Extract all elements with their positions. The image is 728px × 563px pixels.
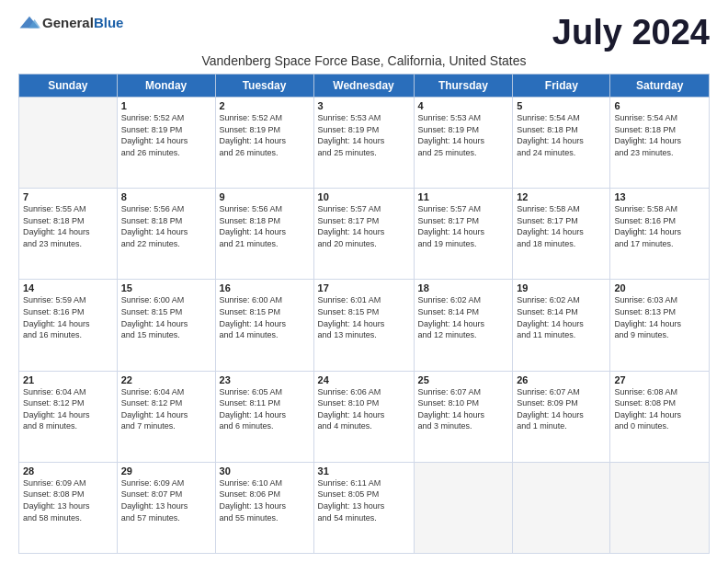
- calendar-header-wednesday: Wednesday: [313, 75, 414, 98]
- day-number: 11: [418, 191, 509, 202]
- calendar-header-monday: Monday: [117, 75, 215, 98]
- day-number: 22: [121, 374, 211, 385]
- calendar-cell: 27Sunrise: 6:08 AM Sunset: 8:08 PM Dayli…: [610, 371, 710, 462]
- day-info: Sunrise: 5:57 AM Sunset: 8:17 PM Dayligh…: [318, 203, 410, 249]
- page: GeneralBlue July 2024 Vandenberg Space F…: [0, 0, 728, 563]
- day-number: 16: [220, 282, 310, 293]
- calendar-week-row: 28Sunrise: 6:09 AM Sunset: 8:08 PM Dayli…: [19, 462, 710, 553]
- day-number: 20: [614, 282, 705, 293]
- day-number: 3: [318, 100, 410, 111]
- calendar-cell: 13Sunrise: 5:58 AM Sunset: 8:16 PM Dayli…: [610, 189, 710, 280]
- day-number: 12: [517, 191, 606, 202]
- calendar-cell: 24Sunrise: 6:06 AM Sunset: 8:10 PM Dayli…: [313, 371, 414, 462]
- calendar-header-saturday: Saturday: [610, 75, 710, 98]
- day-number: 2: [220, 100, 310, 111]
- calendar-cell: 18Sunrise: 6:02 AM Sunset: 8:14 PM Dayli…: [414, 280, 513, 371]
- day-info: Sunrise: 6:02 AM Sunset: 8:14 PM Dayligh…: [418, 294, 509, 340]
- calendar-cell: 1Sunrise: 5:52 AM Sunset: 8:19 PM Daylig…: [117, 98, 215, 189]
- calendar-cell: 29Sunrise: 6:09 AM Sunset: 8:07 PM Dayli…: [117, 462, 215, 553]
- calendar-cell: 17Sunrise: 6:01 AM Sunset: 8:15 PM Dayli…: [313, 280, 414, 371]
- day-info: Sunrise: 5:53 AM Sunset: 8:19 PM Dayligh…: [318, 112, 410, 158]
- calendar-week-row: 7Sunrise: 5:55 AM Sunset: 8:18 PM Daylig…: [19, 189, 710, 280]
- calendar-cell: 7Sunrise: 5:55 AM Sunset: 8:18 PM Daylig…: [19, 189, 118, 280]
- calendar-cell: [19, 98, 118, 189]
- logo-icon: [18, 15, 40, 31]
- calendar-cell: 15Sunrise: 6:00 AM Sunset: 8:15 PM Dayli…: [117, 280, 215, 371]
- logo: GeneralBlue: [18, 15, 123, 31]
- calendar-cell: 28Sunrise: 6:09 AM Sunset: 8:08 PM Dayli…: [19, 462, 118, 553]
- day-info: Sunrise: 6:07 AM Sunset: 8:09 PM Dayligh…: [517, 386, 606, 432]
- calendar-cell: [610, 462, 710, 553]
- day-number: 23: [220, 374, 310, 385]
- calendar-cell: 12Sunrise: 5:58 AM Sunset: 8:17 PM Dayli…: [513, 189, 610, 280]
- calendar-cell: 23Sunrise: 6:05 AM Sunset: 8:11 PM Dayli…: [215, 371, 313, 462]
- calendar-week-row: 1Sunrise: 5:52 AM Sunset: 8:19 PM Daylig…: [19, 98, 710, 189]
- calendar-header-thursday: Thursday: [414, 75, 513, 98]
- day-info: Sunrise: 6:07 AM Sunset: 8:10 PM Dayligh…: [418, 386, 509, 432]
- calendar-cell: 22Sunrise: 6:04 AM Sunset: 8:12 PM Dayli…: [117, 371, 215, 462]
- day-info: Sunrise: 5:52 AM Sunset: 8:19 PM Dayligh…: [220, 112, 310, 158]
- calendar-cell: [414, 462, 513, 553]
- day-number: 9: [220, 191, 310, 202]
- day-info: Sunrise: 6:03 AM Sunset: 8:13 PM Dayligh…: [614, 294, 705, 340]
- calendar-cell: 16Sunrise: 6:00 AM Sunset: 8:15 PM Dayli…: [215, 280, 313, 371]
- month-title: July 2024: [552, 15, 710, 50]
- calendar-cell: 3Sunrise: 5:53 AM Sunset: 8:19 PM Daylig…: [313, 98, 414, 189]
- day-info: Sunrise: 6:00 AM Sunset: 8:15 PM Dayligh…: [121, 294, 211, 340]
- day-info: Sunrise: 6:04 AM Sunset: 8:12 PM Dayligh…: [121, 386, 211, 432]
- calendar-cell: 11Sunrise: 5:57 AM Sunset: 8:17 PM Dayli…: [414, 189, 513, 280]
- day-info: Sunrise: 5:56 AM Sunset: 8:18 PM Dayligh…: [121, 203, 211, 249]
- calendar-header-friday: Friday: [513, 75, 610, 98]
- day-number: 27: [614, 374, 705, 385]
- calendar-header-row: SundayMondayTuesdayWednesdayThursdayFrid…: [19, 75, 710, 98]
- day-number: 10: [318, 191, 410, 202]
- calendar-week-row: 14Sunrise: 5:59 AM Sunset: 8:16 PM Dayli…: [19, 280, 710, 371]
- calendar-cell: 25Sunrise: 6:07 AM Sunset: 8:10 PM Dayli…: [414, 371, 513, 462]
- calendar-cell: 19Sunrise: 6:02 AM Sunset: 8:14 PM Dayli…: [513, 280, 610, 371]
- calendar-cell: 5Sunrise: 5:54 AM Sunset: 8:18 PM Daylig…: [513, 98, 610, 189]
- day-info: Sunrise: 6:04 AM Sunset: 8:12 PM Dayligh…: [23, 386, 113, 432]
- day-info: Sunrise: 6:02 AM Sunset: 8:14 PM Dayligh…: [517, 294, 606, 340]
- day-number: 21: [23, 374, 113, 385]
- day-number: 15: [121, 282, 211, 293]
- day-number: 14: [23, 282, 113, 293]
- calendar-cell: 20Sunrise: 6:03 AM Sunset: 8:13 PM Dayli…: [610, 280, 710, 371]
- calendar-cell: 2Sunrise: 5:52 AM Sunset: 8:19 PM Daylig…: [215, 98, 313, 189]
- calendar-cell: 8Sunrise: 5:56 AM Sunset: 8:18 PM Daylig…: [117, 189, 215, 280]
- day-info: Sunrise: 5:57 AM Sunset: 8:17 PM Dayligh…: [418, 203, 509, 249]
- day-info: Sunrise: 6:08 AM Sunset: 8:08 PM Dayligh…: [614, 386, 705, 432]
- calendar-week-row: 21Sunrise: 6:04 AM Sunset: 8:12 PM Dayli…: [19, 371, 710, 462]
- calendar-header-tuesday: Tuesday: [215, 75, 313, 98]
- day-number: 19: [517, 282, 606, 293]
- calendar-header-sunday: Sunday: [19, 75, 118, 98]
- day-info: Sunrise: 5:58 AM Sunset: 8:17 PM Dayligh…: [517, 203, 606, 249]
- calendar-cell: 30Sunrise: 6:10 AM Sunset: 8:06 PM Dayli…: [215, 462, 313, 553]
- day-number: 26: [517, 374, 606, 385]
- calendar-cell: 9Sunrise: 5:56 AM Sunset: 8:18 PM Daylig…: [215, 189, 313, 280]
- location-title: Vandenberg Space Force Base, California,…: [18, 53, 710, 68]
- day-info: Sunrise: 6:05 AM Sunset: 8:11 PM Dayligh…: [220, 386, 310, 432]
- calendar-cell: 4Sunrise: 5:53 AM Sunset: 8:19 PM Daylig…: [414, 98, 513, 189]
- day-number: 31: [318, 465, 410, 477]
- day-info: Sunrise: 5:56 AM Sunset: 8:18 PM Dayligh…: [220, 203, 310, 249]
- calendar-cell: 21Sunrise: 6:04 AM Sunset: 8:12 PM Dayli…: [19, 371, 118, 462]
- calendar-cell: 10Sunrise: 5:57 AM Sunset: 8:17 PM Dayli…: [313, 189, 414, 280]
- day-number: 8: [121, 191, 211, 202]
- calendar-cell: 26Sunrise: 6:07 AM Sunset: 8:09 PM Dayli…: [513, 371, 610, 462]
- day-info: Sunrise: 5:59 AM Sunset: 8:16 PM Dayligh…: [23, 294, 113, 340]
- day-number: 18: [418, 282, 509, 293]
- calendar: SundayMondayTuesdayWednesdayThursdayFrid…: [18, 74, 710, 554]
- day-number: 28: [23, 465, 113, 477]
- day-info: Sunrise: 6:11 AM Sunset: 8:05 PM Dayligh…: [318, 477, 410, 523]
- day-number: 30: [220, 465, 310, 477]
- day-info: Sunrise: 6:00 AM Sunset: 8:15 PM Dayligh…: [220, 294, 310, 340]
- day-number: 5: [517, 100, 606, 111]
- day-number: 4: [418, 100, 509, 111]
- day-info: Sunrise: 5:58 AM Sunset: 8:16 PM Dayligh…: [614, 203, 705, 249]
- day-info: Sunrise: 6:09 AM Sunset: 8:08 PM Dayligh…: [23, 477, 113, 523]
- day-info: Sunrise: 6:09 AM Sunset: 8:07 PM Dayligh…: [121, 477, 211, 523]
- calendar-cell: 31Sunrise: 6:11 AM Sunset: 8:05 PM Dayli…: [313, 462, 414, 553]
- day-number: 24: [318, 374, 410, 385]
- day-number: 6: [614, 100, 705, 111]
- day-number: 1: [121, 100, 211, 111]
